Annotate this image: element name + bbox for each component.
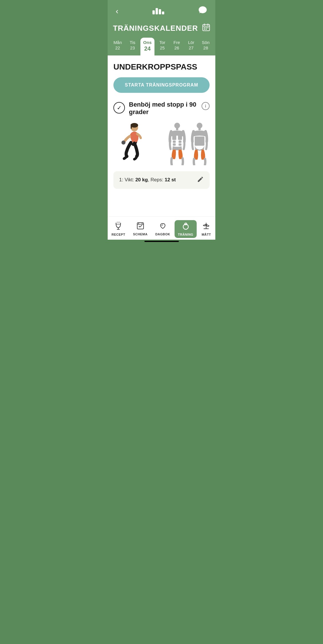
schema-label: SCHEMA bbox=[133, 232, 148, 236]
day-tis[interactable]: Tis 23 bbox=[126, 38, 139, 53]
nav-matt[interactable]: MÅTT bbox=[198, 220, 215, 238]
app-logo bbox=[152, 8, 164, 14]
start-program-button[interactable]: STARTA TRÄNINGSPROGRAM bbox=[113, 77, 210, 93]
day-tor[interactable]: Tor 25 bbox=[156, 38, 169, 53]
svg-rect-23 bbox=[195, 137, 204, 146]
svg-rect-14 bbox=[176, 128, 178, 130]
svg-rect-20 bbox=[179, 143, 181, 146]
edit-set-button[interactable] bbox=[197, 176, 204, 184]
day-selector: Mån 22 Tis 23 Ons 24 Tor 25 Fre 26 Lör 2… bbox=[108, 33, 215, 55]
nav-dagbok[interactable]: DAGBOK bbox=[152, 220, 174, 238]
dagbok-label: DAGBOK bbox=[155, 232, 170, 236]
svg-rect-5 bbox=[206, 27, 207, 28]
svg-rect-16 bbox=[178, 135, 182, 140]
home-indicator bbox=[144, 241, 179, 242]
workout-title: UNDERKROPPSPASS bbox=[113, 62, 210, 72]
svg-point-21 bbox=[197, 123, 202, 128]
header: ‹ bbox=[108, 0, 215, 19]
svg-rect-17 bbox=[173, 141, 176, 143]
recept-label: RECEPT bbox=[112, 233, 125, 236]
svg-rect-27 bbox=[137, 223, 144, 229]
svg-point-13 bbox=[174, 123, 180, 128]
title-area: TRÄNINGSKALENDER bbox=[108, 19, 215, 33]
svg-rect-7 bbox=[204, 29, 205, 30]
svg-rect-4 bbox=[204, 27, 205, 28]
exercise-name: Benböj med stopp i 90 grader bbox=[129, 101, 198, 116]
matt-label: MÅTT bbox=[202, 233, 211, 236]
exercise-header: ✓ Benböj med stopp i 90 grader i bbox=[113, 101, 210, 116]
bottom-nav: RECEPT SCHEMA DAGBOK bbox=[108, 216, 215, 240]
day-fre[interactable]: Fre 26 bbox=[170, 38, 183, 53]
matt-icon bbox=[202, 222, 210, 232]
nav-schema[interactable]: SCHEMA bbox=[129, 220, 151, 238]
logo-bar-1 bbox=[152, 10, 155, 14]
page-title: TRÄNINGSKALENDER bbox=[113, 24, 198, 33]
back-button[interactable]: ‹ bbox=[113, 4, 121, 18]
set-reps: 12 st bbox=[165, 177, 176, 182]
day-ons[interactable]: Ons 24 bbox=[140, 38, 154, 55]
traning-icon bbox=[182, 222, 190, 232]
dagbok-icon bbox=[159, 222, 167, 231]
set-weight: 20 kg bbox=[135, 177, 148, 182]
svg-rect-19 bbox=[179, 141, 181, 143]
chat-button[interactable] bbox=[196, 3, 210, 19]
recept-icon bbox=[114, 222, 122, 232]
day-lor[interactable]: Lör 27 bbox=[185, 38, 198, 53]
nav-recept[interactable]: RECEPT bbox=[108, 220, 129, 238]
nav-traning[interactable]: TRÄNING bbox=[175, 220, 197, 238]
info-icon[interactable]: i bbox=[202, 102, 210, 110]
svg-rect-18 bbox=[173, 143, 176, 146]
logo-bar-2 bbox=[156, 8, 158, 14]
muscle-diagram bbox=[167, 122, 210, 165]
set-details: 1: Vikt: 20 kg, Reps: 12 st bbox=[119, 177, 176, 183]
svg-point-12 bbox=[121, 141, 125, 145]
exercise-visuals bbox=[113, 121, 210, 167]
exercise-check[interactable]: ✓ bbox=[113, 102, 125, 114]
svg-rect-15 bbox=[172, 135, 176, 140]
set-info-row: 1: Vikt: 20 kg, Reps: 12 st bbox=[113, 171, 210, 189]
main-content: UNDERKROPPSPASS STARTA TRÄNINGSPROGRAM ✓… bbox=[108, 55, 215, 216]
traning-label: TRÄNING bbox=[178, 233, 194, 236]
svg-rect-22 bbox=[198, 128, 201, 130]
day-mon[interactable]: Mån 22 bbox=[111, 38, 125, 53]
calendar-icon[interactable] bbox=[202, 23, 210, 33]
exercise-photo bbox=[113, 121, 148, 167]
day-son[interactable]: Sön 28 bbox=[199, 38, 212, 53]
svg-rect-8 bbox=[206, 29, 207, 30]
logo-bar-3 bbox=[159, 9, 161, 14]
svg-rect-6 bbox=[207, 27, 208, 28]
schema-icon bbox=[137, 222, 144, 231]
logo-bar-4 bbox=[162, 11, 164, 14]
svg-rect-11 bbox=[131, 124, 132, 129]
checkmark-icon: ✓ bbox=[117, 104, 122, 111]
